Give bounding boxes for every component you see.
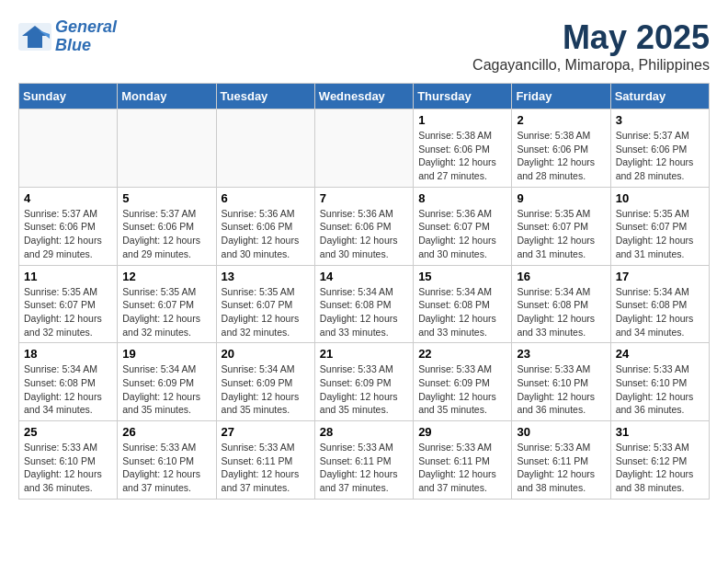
day-info: Sunrise: 5:33 AM Sunset: 6:09 PM Dayligh… <box>418 362 506 417</box>
calendar-cell: 22Sunrise: 5:33 AM Sunset: 6:09 PM Dayli… <box>414 343 512 421</box>
day-info: Sunrise: 5:34 AM Sunset: 6:08 PM Dayligh… <box>24 362 112 417</box>
calendar-cell: 31Sunrise: 5:33 AM Sunset: 6:12 PM Dayli… <box>610 421 709 500</box>
day-info: Sunrise: 5:36 AM Sunset: 6:06 PM Dayligh… <box>320 207 408 261</box>
day-info: Sunrise: 5:38 AM Sunset: 6:06 PM Dayligh… <box>418 129 506 183</box>
day-info: Sunrise: 5:33 AM Sunset: 6:11 PM Dayligh… <box>517 441 605 495</box>
day-number: 27 <box>222 425 310 439</box>
day-number: 30 <box>517 425 605 439</box>
calendar-cell: 27Sunrise: 5:33 AM Sunset: 6:11 PM Dayli… <box>216 421 314 500</box>
day-info: Sunrise: 5:35 AM Sunset: 6:07 PM Dayligh… <box>222 285 310 339</box>
day-info: Sunrise: 5:33 AM Sunset: 6:09 PM Dayligh… <box>320 362 408 417</box>
month-title: May 2025 <box>472 18 710 57</box>
calendar-cell: 24Sunrise: 5:33 AM Sunset: 6:10 PM Dayli… <box>610 343 709 421</box>
day-number: 3 <box>616 113 704 127</box>
day-number: 31 <box>616 425 704 439</box>
col-header-saturday: Saturday <box>610 84 709 109</box>
day-number: 20 <box>222 347 310 361</box>
day-number: 5 <box>122 191 210 205</box>
location-subtitle: Cagayancillo, Mimaropa, Philippines <box>472 57 710 74</box>
day-info: Sunrise: 5:38 AM Sunset: 6:06 PM Dayligh… <box>517 129 605 183</box>
week-row-4: 18Sunrise: 5:34 AM Sunset: 6:08 PM Dayli… <box>19 343 710 421</box>
day-number: 9 <box>517 191 605 205</box>
week-row-2: 4Sunrise: 5:37 AM Sunset: 6:06 PM Daylig… <box>19 187 710 265</box>
logo: General Blue <box>18 18 117 55</box>
day-number: 18 <box>24 347 112 361</box>
calendar-cell: 17Sunrise: 5:34 AM Sunset: 6:08 PM Dayli… <box>610 265 709 343</box>
day-info: Sunrise: 5:34 AM Sunset: 6:09 PM Dayligh… <box>122 362 210 417</box>
day-number: 6 <box>222 191 310 205</box>
calendar-cell: 15Sunrise: 5:34 AM Sunset: 6:08 PM Dayli… <box>414 265 512 343</box>
calendar-cell: 28Sunrise: 5:33 AM Sunset: 6:11 PM Dayli… <box>314 421 413 500</box>
calendar-cell: 19Sunrise: 5:34 AM Sunset: 6:09 PM Dayli… <box>118 343 216 421</box>
day-info: Sunrise: 5:33 AM Sunset: 6:10 PM Dayligh… <box>122 441 210 495</box>
day-number: 29 <box>418 425 506 439</box>
calendar-cell <box>19 109 118 188</box>
calendar-cell: 3Sunrise: 5:37 AM Sunset: 6:06 PM Daylig… <box>610 109 709 188</box>
day-info: Sunrise: 5:34 AM Sunset: 6:08 PM Dayligh… <box>616 285 704 339</box>
day-number: 24 <box>616 347 704 361</box>
day-number: 12 <box>122 270 210 283</box>
calendar-cell: 8Sunrise: 5:36 AM Sunset: 6:07 PM Daylig… <box>414 187 512 265</box>
col-header-monday: Monday <box>118 84 216 109</box>
day-number: 1 <box>418 113 506 127</box>
day-info: Sunrise: 5:34 AM Sunset: 6:09 PM Dayligh… <box>222 362 310 417</box>
day-number: 8 <box>418 191 506 205</box>
calendar-cell: 14Sunrise: 5:34 AM Sunset: 6:08 PM Dayli… <box>314 265 413 343</box>
day-number: 13 <box>222 270 310 283</box>
day-info: Sunrise: 5:35 AM Sunset: 6:07 PM Dayligh… <box>24 285 112 339</box>
logo-icon <box>18 23 51 51</box>
day-info: Sunrise: 5:35 AM Sunset: 6:07 PM Dayligh… <box>616 207 704 261</box>
week-row-1: 1Sunrise: 5:38 AM Sunset: 6:06 PM Daylig… <box>19 109 710 188</box>
calendar-cell: 5Sunrise: 5:37 AM Sunset: 6:06 PM Daylig… <box>118 187 216 265</box>
day-info: Sunrise: 5:33 AM Sunset: 6:11 PM Dayligh… <box>418 441 506 495</box>
day-number: 25 <box>24 425 112 439</box>
day-info: Sunrise: 5:33 AM Sunset: 6:10 PM Dayligh… <box>24 441 112 495</box>
day-number: 28 <box>320 425 408 439</box>
day-info: Sunrise: 5:34 AM Sunset: 6:08 PM Dayligh… <box>418 285 506 339</box>
calendar-cell: 13Sunrise: 5:35 AM Sunset: 6:07 PM Dayli… <box>216 265 314 343</box>
calendar-cell <box>118 109 216 188</box>
day-info: Sunrise: 5:37 AM Sunset: 6:06 PM Dayligh… <box>616 129 704 183</box>
col-header-wednesday: Wednesday <box>314 84 413 109</box>
day-info: Sunrise: 5:35 AM Sunset: 6:07 PM Dayligh… <box>122 285 210 339</box>
day-info: Sunrise: 5:37 AM Sunset: 6:06 PM Dayligh… <box>24 207 112 261</box>
calendar-cell: 26Sunrise: 5:33 AM Sunset: 6:10 PM Dayli… <box>118 421 216 500</box>
calendar-cell: 29Sunrise: 5:33 AM Sunset: 6:11 PM Dayli… <box>414 421 512 500</box>
calendar-cell <box>314 109 413 188</box>
day-number: 23 <box>517 347 605 361</box>
day-info: Sunrise: 5:35 AM Sunset: 6:07 PM Dayligh… <box>517 207 605 261</box>
calendar-cell: 10Sunrise: 5:35 AM Sunset: 6:07 PM Dayli… <box>610 187 709 265</box>
calendar-cell: 4Sunrise: 5:37 AM Sunset: 6:06 PM Daylig… <box>19 187 118 265</box>
calendar-cell: 21Sunrise: 5:33 AM Sunset: 6:09 PM Dayli… <box>314 343 413 421</box>
day-info: Sunrise: 5:33 AM Sunset: 6:11 PM Dayligh… <box>222 441 310 495</box>
logo-text: General Blue <box>55 18 117 55</box>
calendar-cell: 16Sunrise: 5:34 AM Sunset: 6:08 PM Dayli… <box>512 265 610 343</box>
calendar-cell: 7Sunrise: 5:36 AM Sunset: 6:06 PM Daylig… <box>314 187 413 265</box>
day-info: Sunrise: 5:37 AM Sunset: 6:06 PM Dayligh… <box>122 207 210 261</box>
day-number: 10 <box>616 191 704 205</box>
day-info: Sunrise: 5:33 AM Sunset: 6:11 PM Dayligh… <box>320 441 408 495</box>
day-number: 14 <box>320 270 408 283</box>
calendar-cell: 12Sunrise: 5:35 AM Sunset: 6:07 PM Dayli… <box>118 265 216 343</box>
calendar-table: SundayMondayTuesdayWednesdayThursdayFrid… <box>18 83 710 500</box>
day-number: 15 <box>418 270 506 283</box>
day-number: 22 <box>418 347 506 361</box>
calendar-cell: 9Sunrise: 5:35 AM Sunset: 6:07 PM Daylig… <box>512 187 610 265</box>
day-info: Sunrise: 5:33 AM Sunset: 6:10 PM Dayligh… <box>616 362 704 417</box>
day-number: 7 <box>320 191 408 205</box>
col-header-tuesday: Tuesday <box>216 84 314 109</box>
day-info: Sunrise: 5:34 AM Sunset: 6:08 PM Dayligh… <box>320 285 408 339</box>
title-block: May 2025 Cagayancillo, Mimaropa, Philipp… <box>472 18 710 74</box>
calendar-cell: 2Sunrise: 5:38 AM Sunset: 6:06 PM Daylig… <box>512 109 610 188</box>
calendar-cell <box>216 109 314 188</box>
calendar-cell: 23Sunrise: 5:33 AM Sunset: 6:10 PM Dayli… <box>512 343 610 421</box>
day-number: 21 <box>320 347 408 361</box>
calendar-cell: 18Sunrise: 5:34 AM Sunset: 6:08 PM Dayli… <box>19 343 118 421</box>
day-number: 17 <box>616 270 704 283</box>
calendar-cell: 30Sunrise: 5:33 AM Sunset: 6:11 PM Dayli… <box>512 421 610 500</box>
col-header-sunday: Sunday <box>19 84 118 109</box>
day-info: Sunrise: 5:36 AM Sunset: 6:06 PM Dayligh… <box>222 207 310 261</box>
calendar-cell: 11Sunrise: 5:35 AM Sunset: 6:07 PM Dayli… <box>19 265 118 343</box>
day-info: Sunrise: 5:33 AM Sunset: 6:12 PM Dayligh… <box>616 441 704 495</box>
day-info: Sunrise: 5:34 AM Sunset: 6:08 PM Dayligh… <box>517 285 605 339</box>
